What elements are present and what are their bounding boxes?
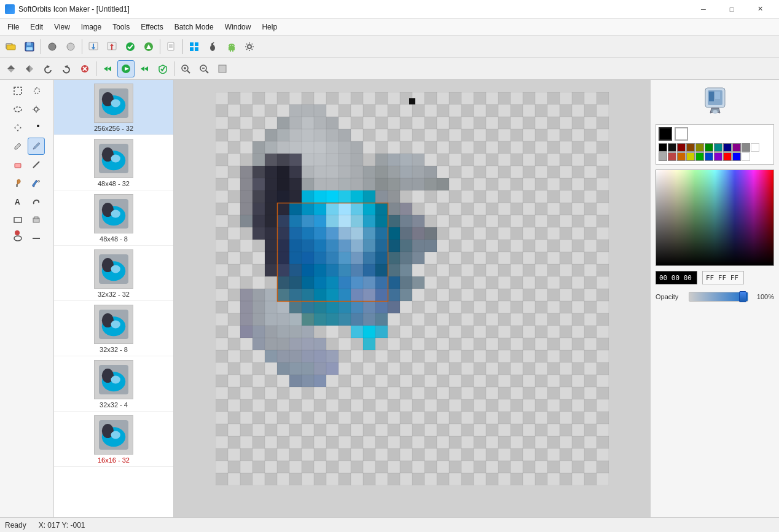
background-hex[interactable]: FF FF FF [702,271,744,284]
zoom-in-btn[interactable] [177,60,194,77]
menu-help[interactable]: Help [257,21,282,33]
menu-file[interactable]: File [2,21,24,33]
zoom-fit-btn[interactable] [214,60,231,77]
close-button[interactable]: ✕ [746,0,774,18]
foreground-hex[interactable]: 00 00 00 [656,271,697,284]
ellipse-shape-tool[interactable] [9,230,26,247]
icon-entry-48x48-32[interactable]: 48x48 - 32 [54,135,173,190]
swatch-white[interactable] [751,143,759,152]
swatch-darkblue[interactable] [723,143,732,152]
brush-preview-area [656,85,774,117]
export-btn1[interactable] [103,38,120,55]
color-picker-canvas[interactable] [656,170,774,266]
icon-panel-scroll[interactable]: 256x256 - 32 48x48 - 32 48x48 - 8 [54,80,173,517]
settings-btn[interactable] [241,38,258,55]
text-tool[interactable]: A [9,193,26,210]
shield-btn[interactable] [154,60,171,77]
foreground-color-box[interactable] [659,127,672,141]
dot-tool[interactable] [28,119,45,136]
swatch-dark1[interactable] [668,143,676,152]
icon-entry-16x16-32[interactable]: 16x16 - 32 [54,412,173,467]
swatch-gray[interactable] [742,143,750,152]
fill-tool[interactable] [28,174,45,192]
menu-tools[interactable]: Tools [108,21,135,33]
circle-btn1[interactable] [44,38,61,55]
svg-line-64 [33,162,39,168]
swatch-red[interactable] [723,152,732,161]
circle-btn2[interactable] [62,38,79,55]
select-lasso-tool[interactable] [28,82,45,100]
menu-window[interactable]: Window [220,21,256,33]
maximize-button[interactable]: □ [718,0,746,18]
opacity-thumb[interactable] [739,291,746,302]
icon-entry-48x48-8[interactable]: 48x48 - 8 [54,190,173,246]
magic-wand-tool[interactable] [28,101,45,118]
select-ellipse-tool[interactable] [9,101,26,118]
brush-tool[interactable] [28,138,45,155]
cancel-btn[interactable] [76,60,93,77]
menu-image[interactable]: Image [76,21,106,33]
menu-view[interactable]: View [49,21,75,33]
swatch-blue2[interactable] [732,152,741,161]
stamp-tool[interactable] [28,211,45,229]
pencil-tool[interactable] [9,138,26,155]
swatch-black[interactable] [659,143,667,152]
hline-tool[interactable] [28,230,45,247]
check-btn[interactable] [122,38,139,55]
swatch-green[interactable] [695,152,704,161]
background-color-box[interactable] [675,127,688,141]
swatch-white2[interactable] [742,152,750,161]
select-rect-tool[interactable] [9,82,26,100]
swatch-darkorange[interactable] [686,143,695,152]
move-tool[interactable] [9,119,26,136]
pixel-canvas[interactable] [216,92,609,485]
icon-entry-32x32-8[interactable]: 32x32 - 8 [54,301,173,356]
swatch-darkgreen[interactable] [705,143,713,152]
swatch-darkpurple[interactable] [732,143,741,152]
opacity-slider[interactable] [689,292,748,302]
swatch-orange[interactable] [677,152,686,161]
menu-effects[interactable]: Effects [136,21,168,33]
play-btn[interactable] [117,60,135,77]
swatch-darkyellow[interactable] [695,143,704,152]
play-fwd-btn[interactable] [136,60,153,77]
flip-v-btn[interactable] [2,60,20,77]
canvas-area[interactable] [174,80,650,517]
zoom-out-btn[interactable] [195,60,213,77]
swatch-purple[interactable] [714,152,722,161]
icon-label-256: 256x256 - 32 [94,125,133,132]
smudge-tool[interactable] [28,193,45,210]
eraser-tool[interactable] [9,156,26,173]
minimize-button[interactable]: ─ [689,0,718,18]
swatch-blue[interactable] [705,152,713,161]
eyedropper-tool[interactable] [9,174,26,192]
apple-icon-btn[interactable] [204,38,221,55]
swatch-lightgray[interactable] [659,152,667,161]
line-tool[interactable] [28,156,45,173]
windows-icon-btn[interactable] [186,38,203,55]
undo-btn[interactable] [39,60,57,77]
toolbox: A [0,80,54,517]
icon-entry-32x32-4[interactable]: 32x32 - 4 [54,356,173,412]
flip-h-btn[interactable] [21,60,38,77]
menu-batch-mode[interactable]: Batch Mode [170,21,219,33]
play-back-btn[interactable] [99,60,116,77]
android-icon-btn[interactable] [222,38,240,55]
swatch-darkcyan[interactable] [714,143,722,152]
menu-edit[interactable]: Edit [25,21,48,33]
rect-shape-tool[interactable] [9,211,26,229]
swatch-lightred[interactable] [668,152,676,161]
doc-btn[interactable] [163,38,180,55]
swatch-yellow[interactable] [686,152,695,161]
save-button[interactable] [21,38,38,55]
svg-rect-2 [7,45,15,50]
import-btn[interactable] [85,38,102,55]
canvas-handle-top[interactable] [409,98,415,104]
icon-entry-256x256-32[interactable]: 256x256 - 32 [54,80,173,135]
open-button[interactable] [2,38,20,55]
icon-entry-32x32-32[interactable]: 32x32 - 32 [54,246,173,301]
swatch-darkred[interactable] [677,143,686,152]
tool-row-9 [9,230,45,247]
redo-btn[interactable] [58,60,75,77]
up-btn[interactable] [140,38,157,55]
